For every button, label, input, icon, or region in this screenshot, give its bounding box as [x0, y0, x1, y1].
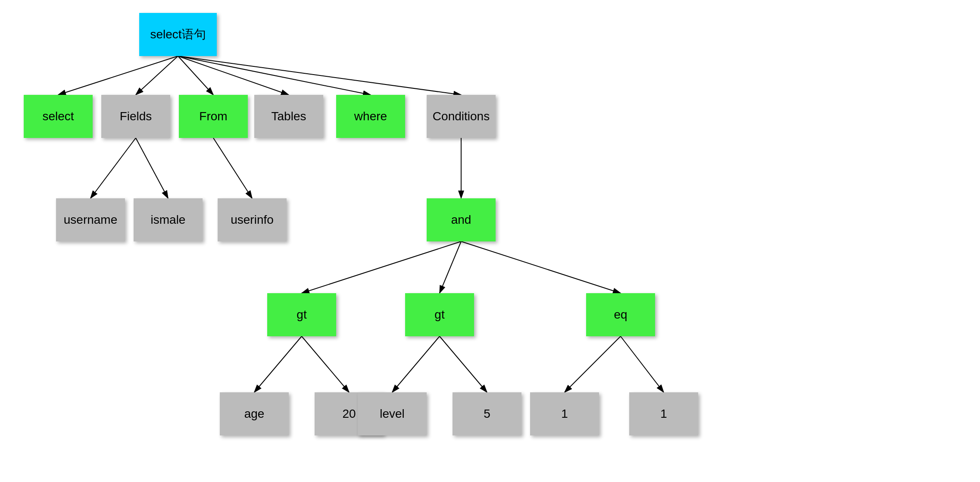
svg-line-6 — [91, 138, 136, 198]
node-conditions: Conditions — [427, 95, 496, 138]
node-ismale: ismale — [134, 198, 203, 241]
node-gt2: gt — [405, 293, 474, 336]
svg-line-8 — [213, 138, 252, 198]
svg-line-4 — [178, 56, 371, 95]
svg-line-2 — [178, 56, 213, 95]
svg-line-3 — [178, 56, 289, 95]
node-where: where — [336, 95, 405, 138]
svg-line-5 — [178, 56, 461, 95]
svg-line-16 — [440, 336, 487, 392]
node-userinfo: userinfo — [218, 198, 287, 241]
node-fields: Fields — [101, 95, 170, 138]
svg-line-17 — [565, 336, 621, 392]
node-username: username — [56, 198, 125, 241]
svg-line-13 — [254, 336, 302, 392]
node-gt1: gt — [267, 293, 336, 336]
svg-line-1 — [136, 56, 178, 95]
node-tables: Tables — [254, 95, 323, 138]
tree-container: select语句 select Fields From Tables where… — [0, 0, 980, 482]
node-age: age — [220, 392, 289, 435]
node-eq: eq — [586, 293, 655, 336]
svg-line-14 — [302, 336, 349, 392]
node-level: level — [358, 392, 427, 435]
svg-line-10 — [302, 241, 461, 293]
svg-line-15 — [392, 336, 440, 392]
svg-line-7 — [136, 138, 168, 198]
node-select: select — [24, 95, 93, 138]
node-one2: 1 — [629, 392, 698, 435]
node-from: From — [179, 95, 248, 138]
node-one1: 1 — [530, 392, 599, 435]
svg-line-12 — [461, 241, 621, 293]
svg-line-18 — [621, 336, 664, 392]
node-five: 5 — [453, 392, 521, 435]
node-and: and — [427, 198, 496, 241]
svg-line-0 — [58, 56, 178, 95]
svg-line-11 — [440, 241, 461, 293]
node-root: select语句 — [139, 13, 217, 56]
